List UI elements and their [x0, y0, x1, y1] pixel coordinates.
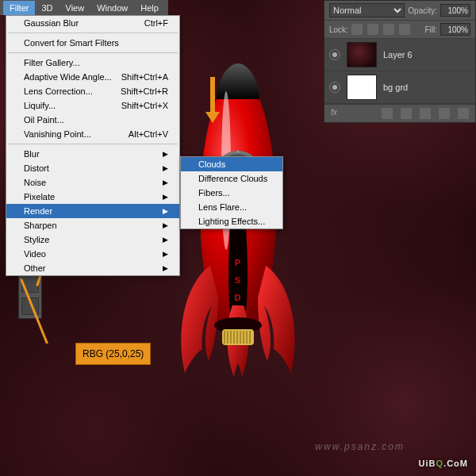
menu-item-vanishing-point[interactable]: Vanishing Point...Alt+Ctrl+V	[6, 127, 179, 141]
layer-name: bg grd	[383, 83, 408, 92]
menu-3d[interactable]: 3D	[35, 1, 59, 15]
menu-item-distort[interactable]: Distort▶	[6, 161, 179, 175]
annotation-arrow-clouds	[207, 77, 218, 125]
visibility-icon[interactable]	[329, 82, 340, 93]
menu-item-adaptive-wide[interactable]: Adaptive Wide Angle...Shift+Ctrl+A	[6, 70, 179, 84]
lock-position-icon[interactable]	[383, 24, 394, 35]
fill-input[interactable]	[440, 23, 470, 36]
svg-point-6	[237, 151, 240, 153]
submenu-item-diff-clouds[interactable]: Difference Clouds	[181, 171, 282, 186]
new-group-icon[interactable]	[401, 108, 412, 119]
opacity-label: Opacity:	[408, 6, 437, 15]
menu-item-filter-gallery[interactable]: Filter Gallery...	[6, 56, 179, 70]
blend-mode-select[interactable]: Normal	[329, 3, 405, 17]
submenu-item-clouds[interactable]: Clouds	[181, 157, 282, 171]
filter-menu: Gaussian BlurCtrl+F Convert for Smart Fi…	[6, 15, 180, 276]
menu-item-video[interactable]: Video▶	[6, 247, 179, 261]
delete-layer-icon[interactable]	[458, 108, 469, 119]
lock-label: Lock:	[329, 25, 348, 34]
watermark-url: www.psanz.com	[315, 441, 405, 452]
menu-item-liquify[interactable]: Liquify...Shift+Ctrl+X	[6, 98, 179, 113]
layer-name: Layer 6	[383, 50, 413, 60]
menu-separator	[8, 52, 178, 53]
lock-pixels-icon[interactable]	[367, 24, 378, 35]
menu-item-pixelate[interactable]: Pixelate▶	[6, 190, 179, 204]
adjustment-layer-icon[interactable]	[420, 108, 431, 119]
submenu-item-lighting[interactable]: Lighting Effects...	[181, 214, 282, 228]
menu-filter[interactable]: Filter	[3, 1, 35, 15]
new-layer-icon[interactable]	[439, 108, 450, 119]
menu-item-sharpen[interactable]: Sharpen▶	[6, 218, 179, 232]
menu-separator	[8, 144, 178, 144]
lock-all-icon[interactable]	[399, 24, 410, 35]
watermark-brand: UiBQ.CoM	[419, 451, 468, 471]
lock-transparency-icon[interactable]	[351, 24, 363, 35]
layer-row[interactable]: Layer 6	[324, 39, 475, 71]
submenu-item-fibers[interactable]: Fibers...	[181, 186, 282, 200]
menu-item-last-filter[interactable]: Gaussian BlurCtrl+F	[6, 16, 179, 30]
svg-rect-15	[222, 329, 254, 345]
render-submenu: Clouds Difference Clouds Fibers... Lens …	[180, 156, 283, 229]
menu-item-blur[interactable]: Blur▶	[6, 147, 179, 161]
menu-item-convert-smart[interactable]: Convert for Smart Filters	[6, 36, 179, 50]
submenu-item-lens-flare[interactable]: Lens Flare...	[181, 200, 282, 214]
opacity-input[interactable]	[440, 4, 470, 17]
svg-text:PSD: PSD	[235, 258, 242, 302]
layer-row[interactable]: bg grd	[324, 71, 475, 104]
menu-window[interactable]: Window	[90, 1, 134, 15]
callout-background-rgb: RBG (25,0,25)	[75, 343, 151, 365]
menu-help[interactable]: Help	[134, 1, 165, 15]
add-mask-icon[interactable]	[382, 108, 393, 119]
menu-item-other[interactable]: Other▶	[6, 261, 179, 275]
layer-thumbnail	[347, 42, 377, 67]
menu-separator	[8, 33, 178, 33]
fill-label: Fill:	[424, 25, 437, 34]
visibility-icon[interactable]	[329, 49, 340, 60]
app-menubar: Filter 3D View Window Help	[0, 0, 168, 15]
fx-label[interactable]: fx	[331, 108, 337, 119]
menu-item-oil-paint[interactable]: Oil Paint...	[6, 113, 179, 127]
layers-panel-footer: fx	[324, 104, 475, 122]
layers-panel: Normal Opacity: Lock: Fill: Layer 6 bg g…	[324, 0, 476, 123]
menu-item-lens-correction[interactable]: Lens Correction...Shift+Ctrl+R	[6, 84, 179, 98]
layer-thumbnail	[347, 75, 377, 100]
menu-view[interactable]: View	[60, 1, 91, 15]
menu-item-stylize[interactable]: Stylize▶	[6, 232, 179, 247]
menu-item-noise[interactable]: Noise▶	[6, 175, 179, 190]
lock-icons	[351, 24, 410, 35]
menu-item-render[interactable]: Render▶	[6, 204, 179, 218]
